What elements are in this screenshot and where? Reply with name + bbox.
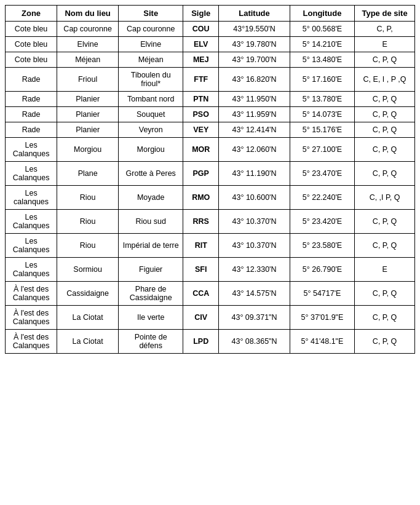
cell-lat: 43° 11.959'N — [219, 107, 290, 122]
cell-nom: La Ciotat — [57, 306, 119, 330]
cell-site: Veyron — [119, 122, 183, 138]
cell-type: C, P, Q — [355, 122, 415, 138]
cell-zone: Les calanques — [6, 186, 57, 210]
table-row: Les CalanquesRiouRiou sudRRS43° 10.370'N… — [6, 210, 415, 234]
table-row: Les CalanquesMorgiouMorgiouMOR43° 12.060… — [6, 138, 415, 162]
cell-lat: 43° 19.780'N — [219, 37, 290, 52]
cell-nom: Frioul — [57, 68, 119, 92]
cell-site: Grotte à Peres — [119, 162, 183, 186]
table-row: RadePlanierTombant nordPTN43° 11.950'N5°… — [6, 92, 415, 107]
cell-sigle: MEJ — [183, 52, 219, 68]
cell-zone: Les Calanques — [6, 162, 57, 186]
table-row: RadeFrioulTiboulen du frioul*FTF43° 16.8… — [6, 68, 415, 92]
cell-type: C, E, I , P ,Q — [355, 68, 415, 92]
cell-type: C, P, Q — [355, 306, 415, 330]
cell-sigle: MOR — [183, 138, 219, 162]
header-zone: Zone — [6, 6, 57, 22]
cell-sigle: CCA — [183, 282, 219, 306]
cell-nom: Planier — [57, 122, 119, 138]
cell-nom: Riou — [57, 234, 119, 258]
cell-zone: Rade — [6, 92, 57, 107]
cell-type: C, P, Q — [355, 234, 415, 258]
cell-lat: 43° 12.060'N — [219, 138, 290, 162]
cell-lon: 5° 17.160'E — [290, 68, 354, 92]
table-row: RadePlanierVeyronVEY43° 12.414'N5° 15.17… — [6, 122, 415, 138]
cell-sigle: FTF — [183, 68, 219, 92]
cell-type: C, P, Q — [355, 210, 415, 234]
cell-lat: 43° 11.190'N — [219, 162, 290, 186]
table-row: Les CalanquesRiouImpérial de terreRIT43°… — [6, 234, 415, 258]
cell-zone: À l'est des Calanques — [6, 330, 57, 354]
cell-lat: 43° 10.370'N — [219, 210, 290, 234]
cell-nom: La Ciotat — [57, 330, 119, 354]
cell-sigle: CIV — [183, 306, 219, 330]
cell-nom: Planier — [57, 107, 119, 122]
cell-site: Tombant nord — [119, 92, 183, 107]
cell-sigle: LPD — [183, 330, 219, 354]
cell-nom: Méjean — [57, 52, 119, 68]
cell-zone: Rade — [6, 68, 57, 92]
table-row: Les CalanquesPlaneGrotte à PeresPGP43° 1… — [6, 162, 415, 186]
table-row: À l'est des CalanquesLa CiotatIle verteC… — [6, 306, 415, 330]
cell-nom: Riou — [57, 186, 119, 210]
cell-sigle: COU — [183, 22, 219, 37]
cell-site: Morgiou — [119, 138, 183, 162]
cell-zone: Les Calanques — [6, 138, 57, 162]
cell-zone: Les Calanques — [6, 258, 57, 282]
cell-zone: Cote bleu — [6, 37, 57, 52]
cell-nom: Elvine — [57, 37, 119, 52]
cell-type: C, P, Q — [355, 330, 415, 354]
main-container: Zone Nom du lieu Site Sigle Latitude Lon… — [0, 0, 420, 359]
cell-lon: 5° 23.420'E — [290, 210, 354, 234]
cell-zone: Cote bleu — [6, 22, 57, 37]
cell-lon: 5° 13.780'E — [290, 92, 354, 107]
header-row: Zone Nom du lieu Site Sigle Latitude Lon… — [6, 6, 415, 22]
cell-sigle: RIT — [183, 234, 219, 258]
cell-sigle: RMO — [183, 186, 219, 210]
cell-site: Tiboulen du frioul* — [119, 68, 183, 92]
cell-zone: Les Calanques — [6, 234, 57, 258]
cell-lat: 43° 12.330'N — [219, 258, 290, 282]
cell-site: Cap couronne — [119, 22, 183, 37]
table-row: Les calanquesRiouMoyadeRMO43° 10.600'N5°… — [6, 186, 415, 210]
cell-sigle: SFI — [183, 258, 219, 282]
cell-lon: 5° 13.480'E — [290, 52, 354, 68]
header-nom: Nom du lieu — [57, 6, 119, 22]
cell-type: C, P, Q — [355, 282, 415, 306]
cell-type: E — [355, 258, 415, 282]
cell-lat: 43° 09.371"N — [219, 306, 290, 330]
cell-lat: 43° 16.820'N — [219, 68, 290, 92]
cell-type: C, P, Q — [355, 52, 415, 68]
cell-site: Pointe de défens — [119, 330, 183, 354]
cell-lon: 5° 15.176'E — [290, 122, 354, 138]
header-site: Site — [119, 6, 183, 22]
cell-sigle: PSO — [183, 107, 219, 122]
cell-sigle: ELV — [183, 37, 219, 52]
header-sigle: Sigle — [183, 6, 219, 22]
cell-lon: 5° 00.568'E — [290, 22, 354, 37]
cell-nom: Planier — [57, 92, 119, 107]
cell-zone: À l'est des Calanques — [6, 306, 57, 330]
cell-lat: 43°19.550'N — [219, 22, 290, 37]
cell-lat: 43° 10.370'N — [219, 234, 290, 258]
cell-lon: 5° 54717'E — [290, 282, 354, 306]
cell-nom: Plane — [57, 162, 119, 186]
cell-type: C, ,I P, Q — [355, 186, 415, 210]
cell-type: C, P, Q — [355, 162, 415, 186]
header-longitude: Longitude — [290, 6, 354, 22]
header-type: Type de site — [355, 6, 415, 22]
cell-site: Méjean — [119, 52, 183, 68]
table-row: À l'est des CalanquesLa CiotatPointe de … — [6, 330, 415, 354]
cell-sigle: PGP — [183, 162, 219, 186]
cell-lon: 5° 22.240'E — [290, 186, 354, 210]
table-row: Cote bleuElvineElvineELV43° 19.780'N5° 1… — [6, 37, 415, 52]
cell-nom: Morgiou — [57, 138, 119, 162]
cell-nom: Cassidaigne — [57, 282, 119, 306]
cell-zone: Les Calanques — [6, 210, 57, 234]
cell-nom: Sormiou — [57, 258, 119, 282]
cell-lon: 5° 14.073'E — [290, 107, 354, 122]
cell-type: E — [355, 37, 415, 52]
data-table: Zone Nom du lieu Site Sigle Latitude Lon… — [5, 5, 415, 354]
cell-site: Impérial de terre — [119, 234, 183, 258]
cell-type: C, P, — [355, 22, 415, 37]
